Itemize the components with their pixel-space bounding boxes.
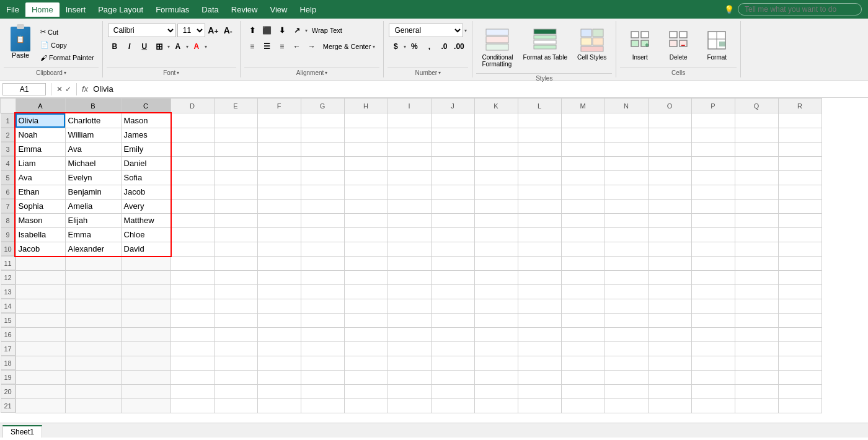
cell-O17[interactable] — [648, 341, 691, 356]
cell-E14[interactable] — [214, 299, 257, 313]
cell-E4[interactable] — [214, 156, 257, 170]
borders-button[interactable]: ⊞ — [153, 40, 166, 53]
cell-L9[interactable] — [518, 227, 561, 242]
row-num-20[interactable]: 20 — [1, 384, 16, 398]
cell-E7[interactable] — [214, 199, 257, 213]
cell-M14[interactable] — [561, 299, 604, 313]
cell-N5[interactable] — [604, 170, 648, 185]
cell-K1[interactable] — [474, 113, 518, 128]
cell-N14[interactable] — [604, 299, 648, 313]
row-num-5[interactable]: 5 — [1, 170, 16, 185]
cell-K11[interactable] — [474, 256, 518, 270]
cell-K2[interactable] — [474, 128, 518, 142]
cell-G12[interactable] — [301, 270, 344, 284]
cell-B7[interactable]: Amelia — [65, 199, 121, 213]
cell-G6[interactable] — [301, 185, 344, 199]
row-num-3[interactable]: 3 — [1, 142, 16, 156]
cell-R16[interactable] — [778, 327, 822, 341]
cell-K15[interactable] — [474, 313, 518, 327]
cell-N15[interactable] — [604, 313, 648, 327]
align-center-button[interactable]: ☰ — [260, 40, 274, 53]
cell-E21[interactable] — [214, 398, 257, 413]
cell-P4[interactable] — [691, 156, 735, 170]
cell-M6[interactable] — [561, 185, 604, 199]
cell-G1[interactable] — [301, 113, 344, 128]
cell-G21[interactable] — [301, 398, 344, 413]
cell-O5[interactable] — [648, 170, 691, 185]
cell-O15[interactable] — [648, 313, 691, 327]
wrap-text-button[interactable]: Wrap Text — [309, 25, 345, 36]
cell-A8[interactable]: Mason — [16, 213, 65, 227]
cell-N1[interactable] — [604, 113, 648, 128]
cell-K4[interactable] — [474, 156, 518, 170]
cell-D11[interactable] — [170, 256, 214, 270]
number-expand-icon[interactable]: ▾ — [438, 70, 441, 76]
corner-cell[interactable] — [1, 99, 16, 113]
cell-A1[interactable]: Olivia — [16, 113, 65, 128]
cell-I2[interactable] — [388, 128, 431, 142]
cell-D4[interactable] — [170, 156, 214, 170]
cell-R3[interactable] — [778, 142, 822, 156]
cell-N21[interactable] — [604, 398, 648, 413]
cell-Q20[interactable] — [735, 384, 778, 398]
cell-C9[interactable]: Chloe — [121, 227, 170, 242]
cell-J14[interactable] — [431, 299, 474, 313]
cell-D15[interactable] — [170, 313, 214, 327]
cell-C3[interactable]: Emily — [121, 142, 170, 156]
cell-H4[interactable] — [344, 156, 388, 170]
cell-L2[interactable] — [518, 128, 561, 142]
cell-L13[interactable] — [518, 284, 561, 299]
cell-Q3[interactable] — [735, 142, 778, 156]
col-header-O[interactable]: O — [648, 99, 691, 113]
cell-M20[interactable] — [561, 384, 604, 398]
cell-F6[interactable] — [257, 185, 301, 199]
cell-F4[interactable] — [257, 156, 301, 170]
cell-O21[interactable] — [648, 398, 691, 413]
cell-M1[interactable] — [561, 113, 604, 128]
align-bottom-button[interactable]: ⬇ — [275, 24, 289, 37]
cell-C1[interactable]: Mason — [121, 113, 170, 128]
cell-F20[interactable] — [257, 384, 301, 398]
cell-E16[interactable] — [214, 327, 257, 341]
comma-button[interactable]: , — [422, 40, 436, 53]
cell-C16[interactable] — [121, 327, 170, 341]
menu-page-layout[interactable]: Page Layout — [92, 2, 149, 17]
increase-font-button[interactable]: A+ — [206, 24, 220, 37]
align-left-button[interactable]: ≡ — [246, 40, 259, 53]
row-num-17[interactable]: 17 — [1, 341, 16, 356]
cell-I17[interactable] — [388, 341, 431, 356]
cell-F12[interactable] — [257, 270, 301, 284]
cell-R11[interactable] — [778, 256, 822, 270]
menu-view[interactable]: View — [264, 2, 293, 17]
cell-M10[interactable] — [561, 242, 604, 256]
col-header-L[interactable]: L — [518, 99, 561, 113]
cell-B3[interactable]: Ava — [65, 142, 121, 156]
cell-F5[interactable] — [257, 170, 301, 185]
decrease-decimal-button[interactable]: .00 — [452, 40, 466, 53]
cell-G7[interactable] — [301, 199, 344, 213]
cell-K20[interactable] — [474, 384, 518, 398]
cell-K3[interactable] — [474, 142, 518, 156]
cell-J8[interactable] — [431, 213, 474, 227]
cell-B11[interactable] — [65, 256, 121, 270]
cell-F17[interactable] — [257, 341, 301, 356]
cell-C19[interactable] — [121, 370, 170, 384]
col-header-N[interactable]: N — [604, 99, 648, 113]
cell-A7[interactable]: Sophia — [16, 199, 65, 213]
cell-N6[interactable] — [604, 185, 648, 199]
cell-G14[interactable] — [301, 299, 344, 313]
align-middle-button[interactable]: ⬛ — [260, 24, 274, 37]
cell-O6[interactable] — [648, 185, 691, 199]
cell-H15[interactable] — [344, 313, 388, 327]
cell-P19[interactable] — [691, 370, 735, 384]
cell-R4[interactable] — [778, 156, 822, 170]
cell-R13[interactable] — [778, 284, 822, 299]
cell-R6[interactable] — [778, 185, 822, 199]
cell-I5[interactable] — [388, 170, 431, 185]
cell-J20[interactable] — [431, 384, 474, 398]
cell-C17[interactable] — [121, 341, 170, 356]
cell-Q6[interactable] — [735, 185, 778, 199]
cell-J12[interactable] — [431, 270, 474, 284]
cell-L3[interactable] — [518, 142, 561, 156]
cell-P5[interactable] — [691, 170, 735, 185]
